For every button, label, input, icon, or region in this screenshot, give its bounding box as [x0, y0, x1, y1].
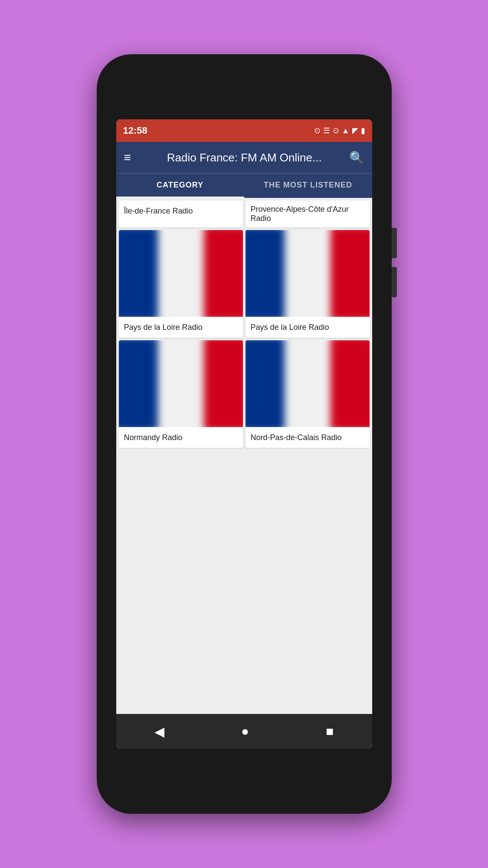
tab-most-listened[interactable]: THE MOST LISTENED	[244, 174, 372, 198]
signal-icon: ▲	[342, 126, 350, 135]
card-6[interactable]: Nord-Pas-de-Calais Radio	[246, 340, 370, 448]
card-2-label: Provence-Alpes-Côte d'Azur Radio	[246, 201, 370, 227]
card-3[interactable]: Pays de la Loire Radio	[119, 230, 243, 338]
volume-button-1[interactable]	[392, 228, 397, 258]
radio-icon: ⊙	[333, 126, 339, 135]
nav-bar: ◀ ● ■	[116, 714, 372, 749]
card-1[interactable]: Île-de-France Radio	[119, 201, 243, 227]
phone-screen: 12:58 ⊙ ☰ ⊙ ▲ ◤ ▮ ≡ Radio France: FM AM …	[116, 119, 372, 749]
card-2[interactable]: Provence-Alpes-Côte d'Azur Radio	[246, 201, 370, 227]
radio-grid: Île-de-France Radio Provence-Alpes-Côte …	[119, 201, 370, 448]
status-icons: ⊙ ☰ ⊙ ▲ ◤ ▮	[314, 126, 365, 135]
battery-icon: ▮	[361, 126, 365, 135]
status-bar: 12:58 ⊙ ☰ ⊙ ▲ ◤ ▮	[116, 119, 372, 142]
content-area: Île-de-France Radio Provence-Alpes-Côte …	[116, 198, 372, 714]
card-5-image	[119, 340, 243, 427]
app-bar: ≡ Radio France: FM AM Online... 🔍	[116, 142, 372, 173]
wifi-icon: ⊙	[314, 126, 321, 135]
card-5-label: Normandy Radio	[119, 427, 243, 448]
card-4-image	[246, 230, 370, 317]
card-5[interactable]: Normandy Radio	[119, 340, 243, 448]
hamburger-icon[interactable]: ≡	[124, 151, 131, 164]
sim-icon: ☰	[323, 126, 330, 135]
status-time: 12:58	[123, 125, 147, 136]
card-6-label: Nord-Pas-de-Calais Radio	[246, 427, 370, 448]
tab-category[interactable]: CATEGORY	[116, 174, 244, 198]
home-button[interactable]: ●	[241, 724, 249, 739]
card-3-label: Pays de la Loire Radio	[119, 317, 243, 338]
volume-button-2[interactable]	[392, 267, 397, 297]
card-3-image	[119, 230, 243, 317]
card-4-label: Pays de la Loire Radio	[246, 317, 370, 338]
card-1-label: Île-de-France Radio	[119, 201, 243, 221]
app-title: Radio France: FM AM Online...	[140, 151, 349, 164]
search-icon[interactable]: 🔍	[349, 151, 364, 165]
card-6-image	[246, 340, 370, 427]
phone-frame: 12:58 ⊙ ☰ ⊙ ▲ ◤ ▮ ≡ Radio France: FM AM …	[97, 54, 392, 814]
signal-bars-icon: ◤	[352, 126, 358, 135]
back-button[interactable]: ◀	[154, 724, 164, 739]
card-4[interactable]: Pays de la Loire Radio	[246, 230, 370, 338]
tab-bar: CATEGORY THE MOST LISTENED	[116, 173, 372, 198]
recent-button[interactable]: ■	[326, 724, 334, 739]
